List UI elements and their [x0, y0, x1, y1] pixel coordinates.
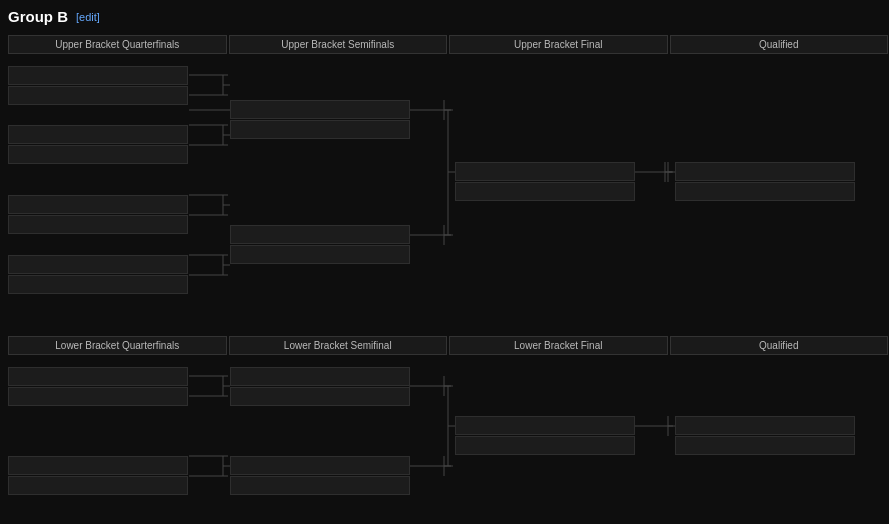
upper-qf-match3-team1[interactable] [8, 195, 188, 214]
upper-round-label-2: Upper Bracket Final [449, 35, 668, 54]
upper-final-team2[interactable] [455, 182, 635, 201]
lower-bracket-area [8, 357, 888, 524]
upper-qf-match2-team1[interactable] [8, 125, 188, 144]
lower-final-team1[interactable] [455, 416, 635, 435]
lower-round-label-1: Lower Bracket Semifinal [229, 336, 448, 355]
lower-round-label-2: Lower Bracket Final [449, 336, 668, 355]
upper-sf-match2-team1[interactable] [230, 225, 410, 244]
lower-sf-match1-team2[interactable] [230, 387, 410, 406]
upper-sf-match1-team1[interactable] [230, 100, 410, 119]
upper-qf-match3-team2[interactable] [8, 215, 188, 234]
upper-round-label-1: Upper Bracket Semifinals [229, 35, 448, 54]
upper-final-team1[interactable] [455, 162, 635, 181]
lower-qualified-1[interactable] [675, 416, 855, 435]
lower-qf-match2-team2[interactable] [8, 476, 188, 495]
lower-round-label-0: Lower Bracket Quarterfinals [8, 336, 227, 355]
lower-sf-match2-team2[interactable] [230, 476, 410, 495]
upper-qf-match4-team2[interactable] [8, 275, 188, 294]
lower-round-label-3: Qualified [670, 336, 889, 355]
upper-bracket-area [8, 56, 888, 324]
upper-qualified-1[interactable] [675, 162, 855, 181]
group-title: Group B [8, 8, 68, 25]
upper-qf-match1-team1[interactable] [8, 66, 188, 85]
upper-round-labels: Upper Bracket Quarterfinals Upper Bracke… [8, 35, 888, 54]
lower-qf-match1-team1[interactable] [8, 367, 188, 386]
lower-final-team2[interactable] [455, 436, 635, 455]
lower-qualified-2[interactable] [675, 436, 855, 455]
bracket-section-divider [8, 324, 881, 336]
lower-qf-match2-team1[interactable] [8, 456, 188, 475]
upper-sf-match1-team2[interactable] [230, 120, 410, 139]
upper-qualified-2[interactable] [675, 182, 855, 201]
upper-round-label-3: Qualified [670, 35, 889, 54]
lower-sf-match1-team1[interactable] [230, 367, 410, 386]
upper-qf-match1-team2[interactable] [8, 86, 188, 105]
group-header: Group B [edit] [8, 8, 881, 25]
lower-qf-match1-team2[interactable] [8, 387, 188, 406]
upper-round-label-0: Upper Bracket Quarterfinals [8, 35, 227, 54]
upper-qf-match2-team2[interactable] [8, 145, 188, 164]
lower-round-labels: Lower Bracket Quarterfinals Lower Bracke… [8, 336, 888, 355]
upper-sf-match2-team2[interactable] [230, 245, 410, 264]
edit-link[interactable]: [edit] [76, 11, 100, 23]
upper-qf-match4-team1[interactable] [8, 255, 188, 274]
lower-sf-match2-team1[interactable] [230, 456, 410, 475]
